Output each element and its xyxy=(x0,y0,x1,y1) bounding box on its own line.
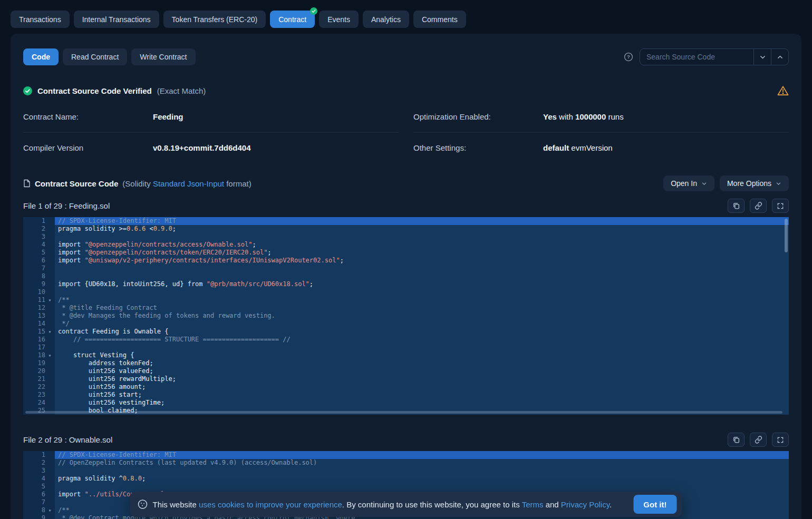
fold-spacer xyxy=(45,391,54,399)
code-line: contract Feeding is Ownable { xyxy=(58,328,789,336)
other-settings-label: Other Settings: xyxy=(413,143,543,152)
format-prefix: (Solidity xyxy=(122,179,153,188)
code-editor-feeding[interactable]: 1234567891011▾12131415▾161718▾1920212223… xyxy=(23,217,789,415)
verification-note: (Exact Match) xyxy=(157,86,206,95)
cookie-text-prefix: This website xyxy=(153,500,199,509)
warning-icon[interactable] xyxy=(777,85,789,96)
subtab-read-contract[interactable]: Read Contract xyxy=(63,48,127,65)
cookies-info-link[interactable]: uses cookies to improve your experience xyxy=(199,500,342,509)
code-line xyxy=(58,467,789,475)
fullscreen-button[interactable] xyxy=(772,433,789,447)
tab-internal-transactions[interactable]: Internal Transactions xyxy=(74,11,159,28)
permalink-button[interactable] xyxy=(750,199,767,213)
tab-contract[interactable]: Contract xyxy=(270,11,315,28)
more-options-button[interactable]: More Options xyxy=(720,175,789,191)
line-number[interactable]: 6 xyxy=(23,257,55,265)
optimization-yes: Yes xyxy=(543,112,557,121)
line-number[interactable]: 5 xyxy=(23,249,55,257)
fold-spacer xyxy=(45,225,54,233)
open-in-button[interactable]: Open In xyxy=(663,175,714,191)
got-it-button[interactable]: Got it! xyxy=(633,495,676,514)
line-number[interactable]: 7 xyxy=(23,498,55,506)
line-number[interactable]: 21 xyxy=(23,375,55,383)
tab-token-transfers[interactable]: Token Transfers (ERC-20) xyxy=(163,11,266,28)
search-options-button[interactable] xyxy=(754,49,771,65)
optimization-row: Optimization Enabled: Yes with 1000000 r… xyxy=(413,105,789,133)
line-number[interactable]: 7 xyxy=(23,265,55,272)
copy-icon xyxy=(732,436,740,444)
fold-spacer xyxy=(45,344,54,351)
line-number[interactable]: 9 xyxy=(23,280,55,288)
expand-icon xyxy=(777,436,784,444)
fold-arrow-icon[interactable]: ▾ xyxy=(45,506,54,514)
line-number[interactable]: 13 xyxy=(23,312,55,320)
fold-spacer xyxy=(45,483,54,491)
fold-spacer xyxy=(45,514,54,519)
line-number[interactable]: 2 xyxy=(23,459,55,467)
code-line: // ==================== STRUCTURE ======… xyxy=(58,336,789,344)
line-number[interactable]: 8▾ xyxy=(23,506,55,514)
file-2-actions xyxy=(728,433,789,447)
cookie-text-and: and xyxy=(543,500,560,509)
line-number[interactable]: 19 xyxy=(23,359,55,367)
line-number[interactable]: 1 xyxy=(23,451,55,459)
line-number[interactable]: 1 xyxy=(23,217,55,225)
source-code-format: (Solidity Standard Json-Input format) xyxy=(122,179,251,188)
line-number[interactable]: 3 xyxy=(23,233,55,241)
subtab-code[interactable]: Code xyxy=(23,48,59,65)
code-line: uint256 start; xyxy=(58,391,789,399)
svg-text:?: ? xyxy=(627,54,630,60)
fold-arrow-icon[interactable]: ▾ xyxy=(45,351,54,359)
line-number[interactable]: 4 xyxy=(23,475,55,483)
collapse-section-button[interactable] xyxy=(771,49,788,65)
line-number[interactable]: 10 xyxy=(23,288,55,296)
line-number[interactable]: 23 xyxy=(23,391,55,399)
line-number[interactable]: 11▾ xyxy=(23,296,55,304)
contract-name-label: Contract Name: xyxy=(23,112,153,121)
search-group xyxy=(640,48,789,65)
standard-json-input-link[interactable]: Standard Json-Input xyxy=(153,179,224,188)
tab-bar: Transactions Internal Transactions Token… xyxy=(0,0,812,28)
line-number[interactable]: 14 xyxy=(23,320,55,328)
line-number[interactable]: 15▾ xyxy=(23,328,55,336)
line-number[interactable]: 2 xyxy=(23,225,55,233)
tab-comments[interactable]: Comments xyxy=(413,11,466,28)
source-code-header: Contract Source Code (Solidity Standard … xyxy=(23,175,789,191)
optimization-value: Yes with 1000000 runs xyxy=(543,112,624,121)
horizontal-scrollbar[interactable] xyxy=(25,411,782,414)
vertical-scrollbar[interactable] xyxy=(785,219,788,252)
line-number[interactable]: 24 xyxy=(23,399,55,407)
copy-button[interactable] xyxy=(728,433,745,447)
privacy-policy-link[interactable]: Privacy Policy xyxy=(561,500,610,509)
line-number[interactable]: 6 xyxy=(23,491,55,498)
code-line xyxy=(58,288,789,296)
terms-link[interactable]: Terms xyxy=(522,500,544,509)
line-number[interactable]: 9 xyxy=(23,514,55,519)
fullscreen-button[interactable] xyxy=(772,199,789,213)
line-number[interactable]: 5 xyxy=(23,483,55,491)
line-number[interactable]: 18▾ xyxy=(23,351,55,359)
expand-icon xyxy=(777,202,784,210)
line-number[interactable]: 20 xyxy=(23,367,55,375)
fold-spacer xyxy=(45,304,54,312)
line-number[interactable]: 3 xyxy=(23,467,55,475)
line-number[interactable]: 22 xyxy=(23,383,55,391)
line-number[interactable]: 8 xyxy=(23,272,55,280)
help-icon[interactable]: ? xyxy=(624,52,633,62)
link-icon xyxy=(755,436,762,444)
line-number[interactable]: 4 xyxy=(23,241,55,249)
tab-analytics[interactable]: Analytics xyxy=(363,11,409,28)
subtab-write-contract[interactable]: Write Contract xyxy=(131,48,195,65)
search-input[interactable] xyxy=(640,49,753,65)
fold-arrow-icon[interactable]: ▾ xyxy=(45,328,54,336)
fold-spacer xyxy=(45,451,54,459)
copy-button[interactable] xyxy=(728,199,745,213)
line-number[interactable]: 12 xyxy=(23,304,55,312)
fold-arrow-icon[interactable]: ▾ xyxy=(45,296,54,304)
line-number[interactable]: 17 xyxy=(23,344,55,351)
contract-card: Code Read Contract Write Contract ? xyxy=(11,34,801,519)
line-number[interactable]: 16 xyxy=(23,336,55,344)
permalink-button[interactable] xyxy=(750,433,767,447)
tab-transactions[interactable]: Transactions xyxy=(11,11,70,28)
tab-events[interactable]: Events xyxy=(319,11,359,28)
